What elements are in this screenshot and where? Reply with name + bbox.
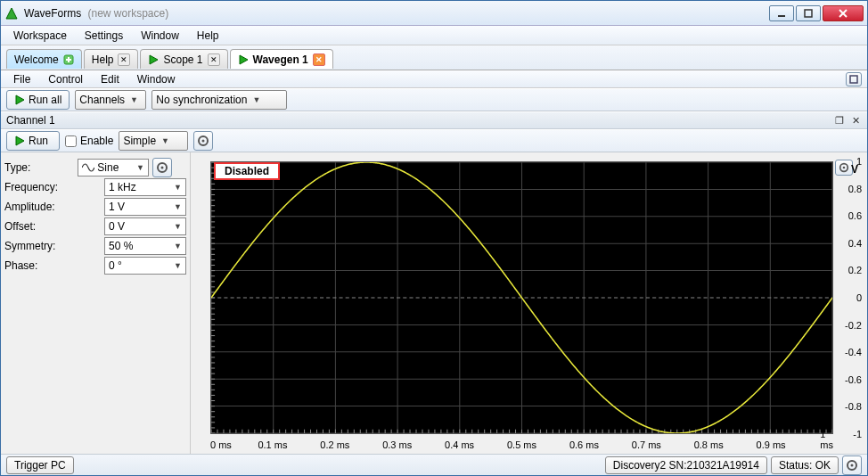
- mode-select[interactable]: Simple▼: [119, 131, 188, 151]
- chart-panel: V Disabled 10.80.60.40.20-0.2-0.4-0.6-0.…: [191, 152, 867, 454]
- menu-help[interactable]: Help: [190, 28, 226, 44]
- trigger-pc-button[interactable]: Trigger PC: [6, 456, 74, 474]
- maximize-button[interactable]: [796, 5, 821, 21]
- x-tick: 0.9 ms: [757, 439, 786, 450]
- type-label: Type:: [4, 161, 78, 174]
- waveform-plot[interactable]: [210, 161, 833, 434]
- title-bar: WaveForms (new workspace): [1, 1, 867, 26]
- svg-marker-10: [16, 95, 24, 104]
- y-tick: -0.6: [845, 374, 862, 385]
- param-amplitude: Amplitude: 1 V▼: [4, 197, 186, 217]
- phase-label: Phase:: [4, 259, 104, 272]
- submenu-file[interactable]: File: [6, 71, 37, 87]
- param-symmetry: Symmetry: 50 %▼: [4, 236, 186, 256]
- main-toolbar: Run all Channels▼ No synchronization▼: [1, 88, 867, 111]
- y-tick-labels: 10.80.60.40.20-0.2-0.4-0.6-0.8-1: [837, 161, 862, 434]
- param-type: Type: Sine▼: [4, 158, 186, 177]
- svg-marker-8: [240, 55, 248, 64]
- menu-window[interactable]: Window: [134, 28, 186, 44]
- window-title: WaveForms (new workspace): [24, 6, 168, 20]
- svg-rect-9: [850, 76, 857, 83]
- channels-select[interactable]: Channels▼: [75, 90, 146, 110]
- device-info[interactable]: Discovery2 SN:210321A19914: [605, 456, 767, 474]
- run-button[interactable]: Run: [6, 131, 60, 151]
- sync-select[interactable]: No synchronization▼: [151, 90, 287, 110]
- tab-scope-1[interactable]: Scope 1 ✕: [140, 49, 227, 69]
- restore-panel-button[interactable]: [846, 72, 862, 86]
- run-label: Run: [29, 135, 48, 147]
- tab-wavegen-1[interactable]: Wavegen 1 ✕: [230, 49, 333, 69]
- app-name: WaveForms: [24, 7, 81, 20]
- x-tick-labels: 0 ms0.1 ms0.2 ms0.3 ms0.4 ms0.5 ms0.6 ms…: [210, 436, 833, 450]
- run-all-button[interactable]: Run all: [6, 90, 70, 110]
- status-indicator[interactable]: Status: OK: [771, 456, 839, 474]
- param-frequency: Frequency: 1 kHz▼: [4, 177, 186, 197]
- minimize-button[interactable]: [769, 5, 794, 21]
- enable-label: Enable: [80, 135, 113, 147]
- gear-icon: [846, 459, 858, 472]
- x-tick: 0 ms: [210, 439, 232, 450]
- channels-label: Channels: [79, 94, 125, 106]
- tab-wavegen-close[interactable]: ✕: [313, 53, 325, 66]
- plot-svg: [211, 162, 832, 433]
- x-tick: 0.8 ms: [694, 439, 724, 450]
- tab-scope-label: Scope 1: [163, 53, 202, 66]
- tab-help[interactable]: Help ✕: [84, 49, 139, 69]
- phase-input[interactable]: 0 °▼: [104, 257, 186, 275]
- instrument-tabs: Welcome Help ✕ Scope 1 ✕ Wavegen 1 ✕: [1, 45, 867, 70]
- tab-scope-close[interactable]: ✕: [208, 53, 220, 66]
- svg-marker-7: [150, 55, 158, 64]
- status-settings-button[interactable]: [842, 455, 862, 475]
- y-tick: 0.8: [848, 184, 862, 194]
- type-settings-button[interactable]: [152, 158, 172, 177]
- submenu-control[interactable]: Control: [41, 71, 90, 87]
- y-tick: 0.4: [848, 238, 862, 249]
- x-tick: 0.1 ms: [258, 439, 287, 450]
- channel-settings-button[interactable]: [193, 131, 213, 151]
- close-panel-icon[interactable]: ✕: [849, 114, 862, 127]
- dock-icon[interactable]: ❐: [833, 114, 846, 127]
- submenu-edit[interactable]: Edit: [94, 71, 127, 87]
- x-tick: 1 ms: [820, 429, 833, 450]
- y-tick: -1: [853, 429, 862, 439]
- frequency-label: Frequency:: [4, 181, 104, 193]
- frequency-input[interactable]: 1 kHz▼: [104, 178, 186, 196]
- submenu-window[interactable]: Window: [130, 71, 183, 87]
- play-icon: [238, 54, 249, 65]
- play-icon: [14, 94, 25, 105]
- amplitude-label: Amplitude:: [4, 201, 104, 213]
- disabled-badge: Disabled: [214, 162, 280, 180]
- y-tick: 0.2: [848, 265, 862, 275]
- device-label: Discovery2 SN:210321A19914: [613, 459, 759, 472]
- run-all-label: Run all: [29, 94, 61, 106]
- offset-input[interactable]: 0 V▼: [104, 217, 186, 235]
- param-column: Type: Sine▼ Frequency: 1 kHz▼ Amplitude:…: [1, 152, 191, 454]
- tab-help-close[interactable]: ✕: [118, 53, 130, 66]
- amplitude-input[interactable]: 1 V▼: [104, 198, 186, 216]
- main-menubar: Workspace Settings Window Help: [1, 26, 867, 45]
- phase-value: 0 °: [109, 259, 122, 272]
- type-select[interactable]: Sine▼: [78, 159, 149, 176]
- enable-checkbox-input[interactable]: [65, 135, 77, 147]
- menu-workspace[interactable]: Workspace: [6, 28, 74, 44]
- y-tick: -0.4: [845, 347, 862, 357]
- channel-title: Channel 1: [6, 114, 55, 127]
- svg-point-13: [202, 140, 205, 143]
- svg-rect-1: [805, 10, 812, 17]
- chart-area: V Disabled 10.80.60.40.20-0.2-0.4-0.6-0.…: [194, 158, 864, 450]
- channel-header: Channel 1 ❐ ✕: [1, 111, 867, 129]
- workspace-name: (new workspace): [87, 7, 168, 20]
- svg-point-15: [161, 167, 164, 169]
- menu-settings[interactable]: Settings: [78, 28, 130, 44]
- play-icon: [14, 135, 25, 146]
- symmetry-input[interactable]: 50 %▼: [104, 237, 186, 255]
- gear-icon: [197, 135, 209, 147]
- tab-welcome[interactable]: Welcome: [6, 49, 82, 69]
- instrument-menubar: File Control Edit Window: [1, 70, 867, 88]
- enable-checkbox[interactable]: Enable: [65, 135, 113, 147]
- param-phase: Phase: 0 °▼: [4, 256, 186, 275]
- sine-icon: [82, 163, 94, 172]
- channel-toolbar: Run Enable Simple▼: [1, 129, 867, 152]
- close-button[interactable]: [823, 5, 864, 21]
- frequency-value: 1 kHz: [109, 181, 136, 193]
